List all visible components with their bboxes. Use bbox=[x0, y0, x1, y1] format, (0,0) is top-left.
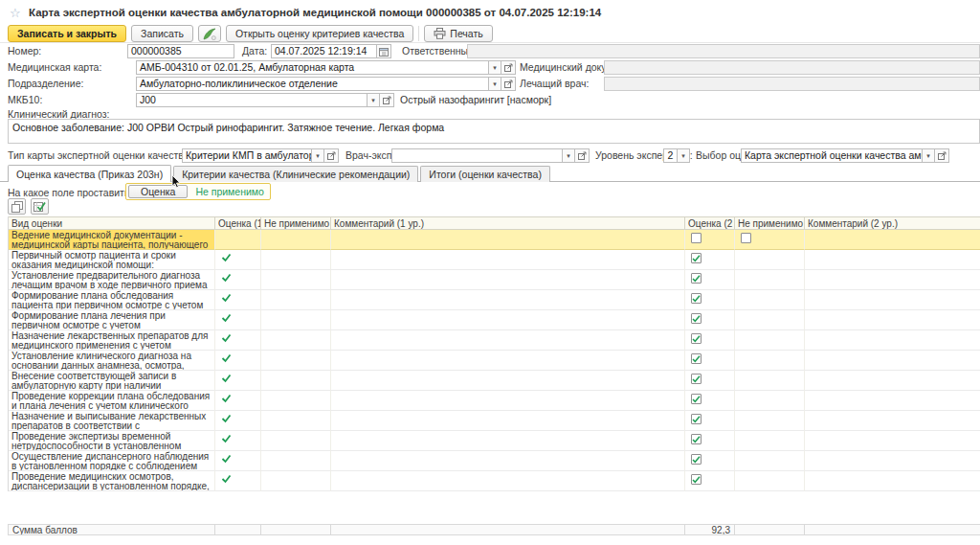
department-dropdown-button[interactable]: ▾ bbox=[489, 77, 501, 91]
date-calendar-button[interactable] bbox=[377, 44, 391, 58]
med-document-input[interactable] bbox=[604, 60, 980, 75]
score-l1-cell bbox=[215, 411, 261, 431]
green-check-icon bbox=[221, 333, 232, 343]
expertise-level-input[interactable]: 2 bbox=[663, 148, 678, 163]
score-l1-cell bbox=[215, 471, 261, 491]
assessment-type-cell: Формирование плана обследования пациента… bbox=[9, 290, 215, 310]
score-l2-checkbox[interactable] bbox=[691, 454, 702, 465]
mkb10-open-button[interactable] bbox=[380, 93, 394, 107]
table-row[interactable]: Назначение и выписывание лекарственных п… bbox=[9, 411, 980, 431]
score-toggle-button[interactable]: Оценка bbox=[128, 185, 188, 198]
score-l2-checkbox[interactable] bbox=[691, 353, 702, 364]
window-title: Карта экспертной оценки качества амбулат… bbox=[29, 7, 601, 18]
expert-doctor-open-button[interactable] bbox=[575, 148, 590, 163]
table-row[interactable]: Осуществление диспансерного наблюдения в… bbox=[9, 451, 980, 471]
expert-doctor-dropdown-button[interactable]: ▾ bbox=[563, 148, 575, 163]
mkb10-input[interactable]: J00 bbox=[136, 93, 368, 107]
expert-doctor-input[interactable] bbox=[391, 148, 563, 163]
score-l1-cell bbox=[215, 451, 261, 471]
set-all-checks-button[interactable] bbox=[31, 198, 49, 215]
score-l2-cell bbox=[685, 230, 735, 250]
med-card-open-button[interactable] bbox=[501, 60, 516, 75]
score-l2-cell bbox=[685, 351, 735, 371]
score-l2-cell bbox=[685, 310, 735, 330]
mkb10-description: Острый назофарингит [насморк] bbox=[400, 93, 551, 107]
table-row[interactable]: Формирование плана обследования пациента… bbox=[9, 290, 980, 310]
expertise-level-dropdown-button[interactable]: ▾ bbox=[678, 148, 690, 163]
tab-quality-assessment[interactable]: Оценка качества (Приказ 203н) bbox=[8, 165, 171, 182]
comment-l1-cell bbox=[331, 230, 685, 250]
score-l2-checkbox[interactable] bbox=[691, 253, 702, 263]
evaluation-choice-dropdown-button[interactable]: ▾ bbox=[923, 148, 935, 163]
table-row[interactable]: Назначение лекарственных препаратов для … bbox=[9, 330, 980, 351]
card-type-dropdown-button[interactable]: ▾ bbox=[312, 148, 324, 163]
score-l2-checkbox[interactable] bbox=[691, 374, 702, 384]
score-l2-checkbox[interactable] bbox=[691, 474, 702, 485]
department-open-button[interactable] bbox=[501, 77, 516, 91]
score-l2-checkbox[interactable] bbox=[691, 333, 702, 344]
tab-results[interactable]: Итоги (оценки качества) bbox=[420, 166, 550, 182]
card-type-open-button[interactable] bbox=[324, 148, 339, 163]
comment-l2-cell bbox=[805, 351, 980, 371]
score-l2-checkbox[interactable] bbox=[691, 394, 702, 404]
score-l2-checkbox[interactable] bbox=[691, 293, 702, 304]
score-l2-cell bbox=[685, 391, 735, 411]
not-applicable-l1-cell bbox=[261, 451, 331, 471]
med-card-dropdown-button[interactable]: ▾ bbox=[489, 60, 501, 75]
table-row[interactable]: Первичный осмотр пациента и сроки оказан… bbox=[9, 250, 980, 270]
tab-quality-criteria[interactable]: Критерии качества (Клинические рекоменда… bbox=[173, 166, 418, 182]
assessment-type-cell: Установление предварительного диагноза л… bbox=[9, 270, 215, 290]
comment-l1-cell bbox=[331, 330, 685, 351]
evaluation-choice-input[interactable]: Карта экспертной оценки качества амбулат… bbox=[741, 148, 923, 163]
comment-l1-cell bbox=[331, 270, 685, 290]
table-row[interactable]: Внесение соответствующей записи в амбула… bbox=[9, 371, 980, 391]
card-type-input[interactable]: Критерии КМП в амбулаторных условиях bbox=[182, 148, 312, 163]
score-l1-cell bbox=[215, 371, 261, 391]
responsible-input[interactable] bbox=[467, 44, 980, 58]
not-applicable-l2-cell bbox=[735, 310, 805, 330]
print-button[interactable]: Печать bbox=[424, 25, 492, 42]
table-row[interactable]: Ведение медицинской документации - медиц… bbox=[9, 230, 980, 250]
column-header-comment-l1: Комментарий (1 ур.) bbox=[331, 216, 685, 230]
department-input[interactable]: Амбулаторно-поликлиническое отделение bbox=[136, 77, 489, 91]
not-applicable-l2-cell bbox=[735, 290, 805, 310]
not-applicable-l1-cell bbox=[261, 270, 331, 290]
save-button[interactable]: Записать bbox=[131, 25, 193, 42]
evaluation-choice-open-button[interactable] bbox=[935, 148, 949, 163]
table-row[interactable]: Проведение коррекции плана обследования … bbox=[9, 391, 980, 411]
app-window: ☆ Карта экспертной оценки качества амбул… bbox=[0, 0, 980, 545]
not-applicable-l2-checkbox[interactable] bbox=[741, 233, 751, 243]
tab-strip: Оценка качества (Приказ 203н) Критерии к… bbox=[8, 165, 552, 182]
mkb10-dropdown-button[interactable]: ▾ bbox=[368, 93, 380, 107]
post-document-button[interactable] bbox=[198, 25, 221, 42]
score-l2-checkbox[interactable] bbox=[691, 434, 702, 444]
med-card-input[interactable]: АМБ-004310 от 02.01.25, Амбулаторная кар… bbox=[136, 60, 489, 75]
footer-empty-cell bbox=[215, 524, 261, 535]
score-l2-checkbox[interactable] bbox=[691, 233, 702, 243]
not-applicable-l2-cell bbox=[735, 471, 805, 491]
favorite-star-icon[interactable]: ☆ bbox=[10, 7, 21, 19]
not-applicable-l1-cell bbox=[261, 310, 331, 330]
mkb10-label: МКБ10: bbox=[8, 93, 42, 107]
score-l2-checkbox[interactable] bbox=[691, 313, 702, 324]
chevron-down-icon: ▾ bbox=[316, 152, 320, 160]
table-row[interactable]: Установление предварительного диагноза л… bbox=[9, 270, 980, 290]
clinical-diagnosis-textarea[interactable]: Основное заболевание: J00 ОРВИ Острый ри… bbox=[8, 119, 980, 144]
table-row[interactable]: Установление клинического диагноза на ос… bbox=[9, 351, 980, 371]
table-row[interactable]: Проведение экспертизы временной нетрудос… bbox=[9, 431, 980, 451]
attending-doctor-input[interactable] bbox=[604, 77, 980, 91]
score-l2-checkbox[interactable] bbox=[691, 414, 702, 424]
table-row[interactable]: Проведение медицинских осмотров, диспанс… bbox=[9, 471, 980, 491]
number-input[interactable]: 000000385 bbox=[127, 44, 234, 58]
score-l2-checkbox[interactable] bbox=[691, 273, 702, 284]
save-and-close-button[interactable]: Записать и закрыть bbox=[8, 25, 126, 42]
date-input[interactable]: 04.07.2025 12:19:14 bbox=[271, 44, 377, 58]
open-criteria-button[interactable]: Открыть оценку критериев качества bbox=[226, 25, 413, 42]
not-applicable-l2-cell bbox=[735, 330, 805, 351]
assessment-type-cell: Установление клинического диагноза на ос… bbox=[9, 351, 215, 371]
score-l2-cell bbox=[685, 371, 735, 391]
not-applicable-toggle-button[interactable]: Не применимо bbox=[195, 186, 264, 197]
green-check-icon bbox=[221, 414, 232, 423]
table-row[interactable]: Формирование плана лечения при первичном… bbox=[9, 310, 980, 330]
copy-button[interactable] bbox=[8, 198, 26, 215]
